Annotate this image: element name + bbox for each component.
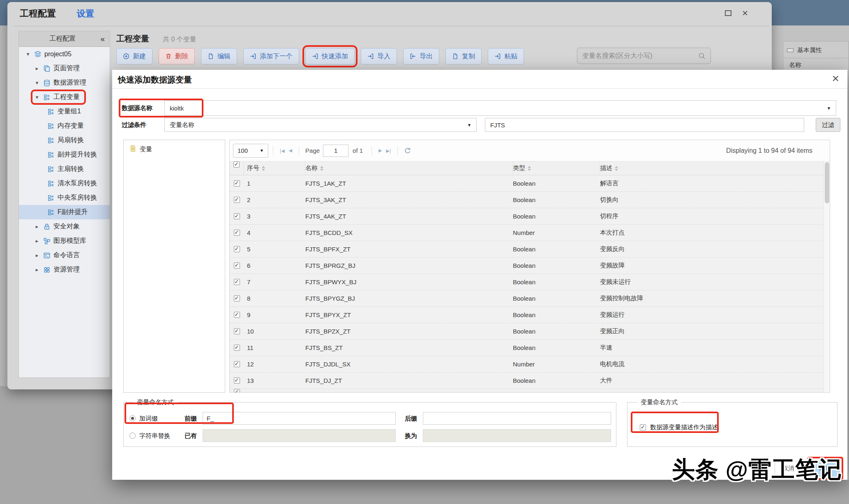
arrow-import-icon <box>494 53 501 60</box>
toolbar-button-添加下一个[interactable]: 添加下一个 <box>243 48 299 64</box>
row-checkbox[interactable] <box>234 197 240 203</box>
row-checkbox[interactable] <box>234 180 240 186</box>
section-collapse-icon[interactable] <box>787 48 794 52</box>
toolbar-button-快速添加[interactable]: 快速添加 <box>305 48 355 64</box>
variable-icon <box>47 180 55 187</box>
table-row[interactable]: 4FJTS_BCDD_SXNumber本次打点 <box>230 225 830 241</box>
table-row[interactable]: 13FJTS_DJ_ZTBoolean大件 <box>230 373 830 389</box>
last-page-icon[interactable]: ▶| <box>384 148 393 154</box>
chevron-collapsed-icon: ▸ <box>34 65 40 71</box>
prefix-input[interactable] <box>203 412 396 425</box>
watermark: 头条 @雷工笔记 <box>672 454 842 486</box>
close-icon[interactable]: × <box>742 9 748 17</box>
page-size-select[interactable]: 100 ▼ <box>233 144 268 158</box>
toolbar-button-导出[interactable]: 导出 <box>403 48 439 64</box>
table-row[interactable]: 3FJTS_4AK_ZTBoolean切程序 <box>230 208 830 225</box>
sidebar-item-project05[interactable]: ▾project05 <box>19 47 110 61</box>
table-row[interactable]: 6FJTS_BPRGZ_BJBoolean变频故障 <box>230 258 830 274</box>
search-input[interactable] <box>577 52 698 60</box>
datasource-select[interactable]: kioltk ▼ <box>164 100 836 116</box>
row-checkbox[interactable] <box>234 389 240 392</box>
toolbar-button-删除[interactable]: 删除 <box>159 48 195 64</box>
prev-page-icon[interactable]: ◀ <box>287 148 294 153</box>
sidebar-item-数据源管理[interactable]: ▾数据源管理 <box>19 76 110 90</box>
sidebar-item-图形模型库[interactable]: ▸图形模型库 <box>19 234 110 248</box>
table-row[interactable]: 12FJTS_DJDL_SXNumber电机电流 <box>230 356 830 373</box>
first-page-icon[interactable]: |◀ <box>278 148 287 154</box>
cell-type: Number <box>513 229 600 236</box>
use-description-checkbox[interactable] <box>640 424 646 430</box>
row-checkbox[interactable] <box>234 377 240 384</box>
sidebar-item-安全对象[interactable]: ▸安全对象 <box>19 219 110 234</box>
sidebar-item-工程变量[interactable]: ▾工程变量 <box>19 90 110 104</box>
column-header-序号[interactable]: 序号 <box>244 161 305 175</box>
filter-text-input[interactable] <box>485 118 804 132</box>
sidebar-item-页面管理[interactable]: ▸页面管理 <box>19 61 110 76</box>
cell-type: Boolean <box>513 328 600 335</box>
sidebar-item-清水泵房转换[interactable]: 清水泵房转换 <box>19 176 110 191</box>
cell-no: 1 <box>244 180 305 187</box>
variable-icon <box>47 166 55 173</box>
sidebar-item-中央泵房转换[interactable]: 中央泵房转换 <box>19 191 110 205</box>
toolbar-button-复制[interactable]: 复制 <box>445 48 482 64</box>
sidebar-item-主扇转换[interactable]: 主扇转换 <box>19 162 110 176</box>
cell-no: 6 <box>244 262 305 269</box>
row-checkbox[interactable] <box>234 279 240 285</box>
table-scrollbar[interactable] <box>824 161 830 392</box>
column-header-名称[interactable]: 名称 <box>305 161 513 175</box>
maximize-icon[interactable] <box>725 10 731 16</box>
sidebar-item-内存变量[interactable]: 内存变量 <box>19 119 110 133</box>
row-checkbox[interactable] <box>234 213 240 219</box>
panel-collapse-icon[interactable]: « <box>100 35 110 44</box>
dialog-close-icon[interactable]: × <box>832 71 839 85</box>
sidebar-item-资源管理[interactable]: ▸资源管理 <box>19 262 110 277</box>
column-header-类型[interactable]: 类型 <box>513 161 600 175</box>
filter-button[interactable]: 过滤 <box>816 118 840 132</box>
table-row[interactable]: 1FJTS_1AK_ZTBoolean解语言 <box>230 175 830 192</box>
suffix-input[interactable] <box>423 412 611 425</box>
script-icon <box>43 252 51 259</box>
row-checkbox[interactable] <box>234 328 240 334</box>
table-row[interactable]: 11FJTS_BS_ZTBoolean半速 <box>230 340 830 356</box>
table-row[interactable]: 10FJTS_BPZX_ZTBoolean变频正向 <box>230 323 830 340</box>
page-number-input[interactable] <box>323 145 348 157</box>
scrollbar-thumb[interactable] <box>825 162 829 203</box>
table-row[interactable]: 2FJTS_3AK_ZTBoolean切换向 <box>230 192 830 208</box>
toolbar-button-新建[interactable]: 新建 <box>116 48 152 64</box>
sidebar-item-label: 图形模型库 <box>53 237 86 245</box>
replace-radio[interactable] <box>129 433 136 439</box>
naming-legend: 变量命名方式 <box>637 398 681 406</box>
sidebar-item-label: 中央泵房转换 <box>58 193 97 202</box>
row-checkbox[interactable] <box>234 345 240 351</box>
affix-radio[interactable] <box>129 415 136 421</box>
sidebar-item-局扇转换[interactable]: 局扇转换 <box>19 133 110 147</box>
toolbar-button-label: 复制 <box>462 52 475 61</box>
menu-settings[interactable]: 设置 <box>77 8 94 19</box>
filter-field-select[interactable]: 变量名称 ▼ <box>164 118 477 132</box>
row-checkbox[interactable] <box>234 230 240 236</box>
sidebar-item-变量组1[interactable]: 变量组1 <box>19 104 110 119</box>
table-row[interactable]: 7FJTS_BPWYX_BJBoolean变频未运行 <box>230 274 830 290</box>
arrow-export-icon <box>410 53 416 60</box>
toolbar-button-导入[interactable]: 导入 <box>361 48 397 64</box>
row-checkbox[interactable] <box>234 312 240 318</box>
row-checkbox[interactable] <box>234 262 240 269</box>
table-row[interactable]: 9FJTS_BPYX_ZTBoolean变频运行 <box>230 307 830 323</box>
table-row[interactable]: 5FJTS_BPFX_ZTBoolean变频反向 <box>230 241 830 258</box>
toolbar-button-编辑[interactable]: 编辑 <box>201 48 237 64</box>
row-checkbox-cell <box>230 345 244 351</box>
row-checkbox[interactable] <box>234 246 240 252</box>
row-checkbox[interactable] <box>234 361 240 367</box>
sidebar-item-F副井提升[interactable]: F副井提升 <box>19 205 110 219</box>
sidebar-item-副井提升转换[interactable]: 副井提升转换 <box>19 147 110 162</box>
row-checkbox[interactable] <box>234 295 240 301</box>
column-header-描述[interactable]: 描述 <box>600 161 830 175</box>
refresh-icon[interactable] <box>404 147 411 154</box>
select-all-checkbox[interactable] <box>233 161 240 168</box>
variable-group-label[interactable]: 变量 <box>140 145 152 153</box>
table-row[interactable]: 8FJTS_BPYGZ_BJBoolean变频控制电故障 <box>230 290 830 307</box>
toolbar-button-粘贴[interactable]: 粘贴 <box>488 48 524 64</box>
sidebar-item-命令语言[interactable]: ▸命令语言 <box>19 248 110 262</box>
cell-name: FJTS_BPZX_ZT <box>305 328 513 335</box>
next-page-icon[interactable]: ▶ <box>376 148 384 153</box>
